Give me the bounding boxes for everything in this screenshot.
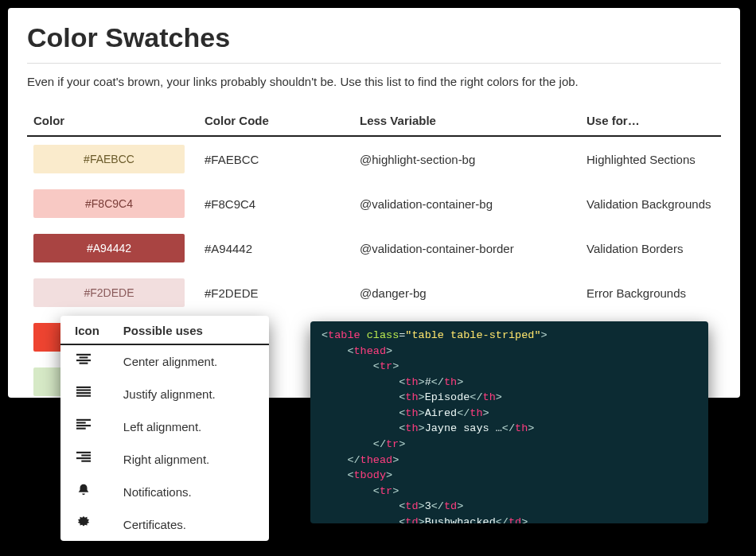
swatch-use: Error Backgrounds [580,270,721,315]
swatch-variable: @validation-container-bg [353,181,580,226]
swatch-chip: #FAEBCC [33,145,185,173]
swatch-variable: @highlight-section-bg [353,136,580,181]
swatch-chip: #F8C9C4 [33,189,185,218]
icon-row: Notifications. [60,476,269,508]
svg-rect-2 [76,360,91,361]
icon-row-label: Certificates. [109,508,269,541]
svg-rect-14 [76,457,91,459]
icon-row: Certificates. [60,508,269,541]
icon-row: Justify alignment. [60,378,269,410]
col-header-variable: Less Variable [353,106,580,136]
swatch-code: #F8C9C4 [198,181,353,226]
svg-rect-5 [76,389,91,391]
swatch-table-header-row: Color Color Code Less Variable Use for… [27,106,721,136]
icon-col-header-uses: Possible uses [109,316,269,344]
svg-rect-12 [76,452,91,453]
swatch-row: #F2DEDE#F2DEDE@danger-bgError Background… [27,270,721,315]
bell-icon [60,476,109,508]
swatch-code: #F2DEDE [198,270,353,315]
svg-rect-15 [81,461,91,462]
swatch-chip: #A94442 [33,234,185,262]
icon-row-label: Left alignment. [109,410,269,443]
svg-rect-11 [76,428,86,430]
svg-rect-13 [81,454,91,456]
divider [27,63,721,64]
col-header-use: Use for… [580,106,721,136]
swatch-variable: @danger-bg [353,270,580,315]
intro-text: Even if your coat's brown, your links pr… [27,75,721,88]
col-header-code: Color Code [198,106,353,136]
swatch-code: #A94442 [198,226,353,270]
code-sample-panel: <table class="table table-striped"> <the… [310,321,708,523]
align-justify-icon [60,378,109,410]
certificate-icon [60,508,109,541]
icon-row-label: Right alignment. [109,443,269,476]
svg-rect-1 [80,356,88,358]
col-header-color: Color [27,106,198,136]
svg-rect-9 [76,422,86,423]
align-left-icon [60,410,109,443]
svg-rect-8 [76,419,91,421]
svg-rect-4 [76,387,91,388]
swatch-variable: @validation-container-border [353,226,580,270]
swatch-code: #FAEBCC [198,136,353,181]
svg-rect-6 [76,392,91,394]
svg-rect-0 [76,354,91,356]
icon-row: Right alignment. [60,443,269,476]
swatch-row: #F8C9C4#F8C9C4@validation-container-bgVa… [27,181,721,226]
swatch-use: Validation Backgrounds [580,181,721,226]
swatch-chip: #F2DEDE [33,278,185,307]
icon-row-label: Notifications. [109,476,269,508]
swatch-use: Highlighted Sections [580,136,721,181]
swatch-row: #FAEBCC#FAEBCC@highlight-section-bgHighl… [27,136,721,181]
icon-reference-panel: Icon Possible uses Center alignment.Just… [60,316,269,541]
swatch-row: #A94442#A94442@validation-container-bord… [27,226,721,270]
align-right-icon [60,443,109,476]
icon-row-label: Justify alignment. [109,378,269,410]
swatch-use: Validation Borders [580,226,721,270]
icon-col-header-icon: Icon [60,316,109,344]
page-title: Color Swatches [27,22,721,53]
icon-row: Center alignment. [60,344,269,378]
svg-rect-7 [76,395,91,397]
icon-row: Left alignment. [60,410,269,443]
icon-row-label: Center alignment. [109,344,269,378]
svg-rect-3 [80,363,88,364]
svg-rect-10 [76,425,91,426]
align-center-icon [60,344,109,378]
